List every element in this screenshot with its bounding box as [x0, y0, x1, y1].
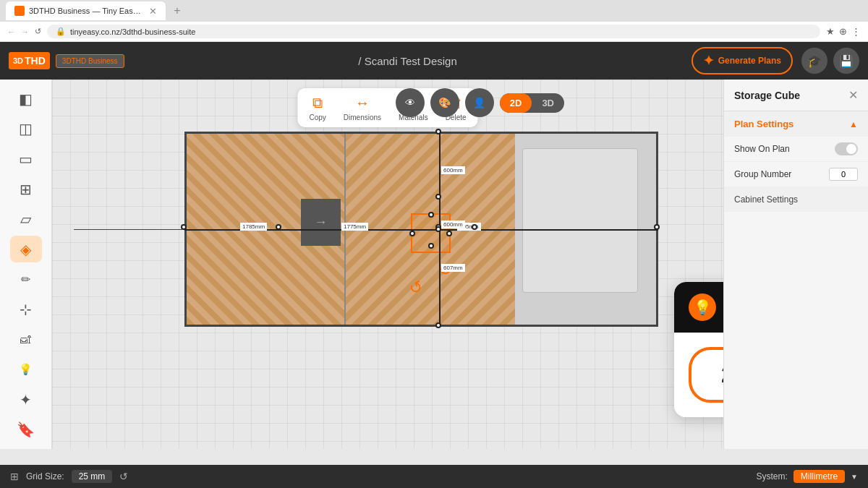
show-on-plan-toggle[interactable] [835, 142, 858, 155]
light-icon: 💡 [19, 363, 33, 376]
generate-plans-label: Generate Plans [718, 56, 781, 66]
selected-cabinet[interactable] [411, 213, 451, 253]
measurement-v-top: 600mm [441, 166, 465, 174]
copy-label: Copy [309, 114, 326, 121]
grid-size-label: Grid Size: [26, 471, 64, 481]
sidebar-item-layers[interactable]: ◧ [10, 85, 42, 113]
plan-settings-label: Plan Settings [734, 119, 793, 129]
view-2d-3d-toggle[interactable]: 2D 3D [500, 93, 564, 113]
sidebar-item-effects[interactable]: ✦ [10, 386, 42, 414]
mode-overlay: 💡 Enable 2D Mode 2D 3D [674, 282, 723, 417]
extension-icon[interactable]: ⊕ [839, 26, 847, 37]
tab-title: 3DTHD Business — Tiny Easy – T [29, 7, 145, 15]
lock-icon: 🔒 [56, 27, 66, 36]
sidebar-item-layers2[interactable]: ◈ [10, 236, 42, 263]
tutorial-button[interactable]: 🎓 [801, 48, 827, 74]
menu-icon[interactable]: ⋮ [851, 26, 861, 37]
sidebar-item-shape[interactable]: ▱ [10, 205, 42, 233]
generate-plans-button[interactable]: ✦ Generate Plans [692, 47, 793, 74]
sidebar-item-objects[interactable]: ◫ [10, 116, 42, 143]
tab-close-icon[interactable]: ✕ [149, 6, 157, 17]
forward-icon[interactable]: → [21, 27, 29, 36]
handle-top [428, 212, 434, 218]
canvas-area[interactable]: ⧉ Copy ↔ Dimensions ◈ Materials 🗑 Delete… [52, 80, 723, 449]
measure-icon: ⊹ [20, 301, 32, 318]
handle-measure-mid [276, 224, 281, 230]
bookmark-icon[interactable]: ★ [826, 26, 835, 37]
toggle-knob [846, 144, 856, 154]
group-number-input[interactable] [829, 168, 858, 181]
page-title: / Scandi Test Design [133, 55, 683, 67]
handle-bottom [428, 243, 434, 249]
3d-mode-button[interactable]: 3D [532, 93, 564, 113]
panel-close-button[interactable]: ✕ [848, 88, 858, 102]
handle-right [446, 231, 452, 236]
render-icon: 🎨 [438, 97, 451, 108]
handle-v-mid [435, 194, 441, 200]
toolbar-copy[interactable]: ⧉ Copy [309, 95, 326, 121]
layers-icon: ◧ [19, 90, 33, 108]
refresh-icon[interactable]: ↺ [35, 27, 41, 36]
business-badge: 3DTHD Business [56, 54, 124, 68]
header-right-icons: 🎓 💾 [801, 48, 859, 74]
2d-mode-button[interactable]: 2D [500, 93, 532, 113]
draw-icon: ✏ [21, 273, 30, 286]
rug-element [522, 148, 638, 293]
shape-icon: ▱ [20, 210, 31, 228]
view-controls: 👁 🎨 👤 2D 3D [396, 88, 564, 117]
mode-overlay-header: 💡 Enable 2D Mode [674, 282, 723, 333]
reset-grid-button[interactable]: ↺ [119, 471, 128, 482]
show-on-plan-row: Show On Plan [724, 137, 868, 162]
sidebar-item-light[interactable]: 💡 [10, 356, 42, 383]
sidebar-item-door[interactable]: ▭ [10, 145, 42, 173]
status-bar: ⊞ Grid Size: 25 mm ↺ System: Millimetre … [0, 465, 868, 488]
plan-settings-collapse-icon: ▲ [849, 119, 858, 129]
mode-toggle-area: 2D 3D [674, 333, 723, 417]
url-bar[interactable]: 🔒 tinyeasy.co.nz/3dthd-business-suite [47, 25, 820, 38]
system-value: Millimetre [793, 470, 845, 483]
view-3d-mode-button[interactable]: 👁 [396, 88, 425, 117]
door-icon: ▭ [19, 150, 33, 168]
overlay-2d-button[interactable]: 2D [689, 347, 723, 403]
main-area: ◧ ◫ ▭ ⊞ ▱ ◈ ✏ ⊹ 🛋 💡 ✦ [0, 80, 868, 449]
cabinet-settings-section[interactable]: Cabinet Settings [724, 187, 868, 212]
toolbar-dimensions[interactable]: ↔ Dimensions [344, 95, 381, 121]
tab-favicon [14, 6, 25, 16]
back-icon[interactable]: ← [7, 27, 15, 36]
system-dropdown-icon[interactable]: ▼ [851, 473, 858, 481]
measurement-left-text: 1785mm [240, 223, 267, 231]
system-label: System: [756, 471, 787, 481]
sidebar-item-bookmark[interactable]: 🔖 [10, 416, 42, 443]
sidebar-item-measure[interactable]: ⊹ [10, 296, 42, 323]
logo-thd-text: THD [25, 55, 46, 67]
door-cabinet: → [301, 199, 341, 246]
handle-measure-right [472, 224, 477, 230]
effects-icon: ✦ [20, 391, 32, 408]
handle-measure-far [654, 224, 660, 230]
view-avatar-button[interactable]: 👤 [465, 88, 494, 117]
bookmark-sidebar-icon: 🔖 [17, 421, 35, 438]
plan-settings-section[interactable]: Plan Settings ▲ [724, 111, 868, 137]
show-on-plan-label: Show On Plan [734, 144, 790, 154]
active-tab[interactable]: 3DTHD Business — Tiny Easy – T ✕ [6, 1, 166, 20]
sidebar-item-furniture[interactable]: 🛋 [10, 326, 42, 354]
sidebar-item-draw[interactable]: ✏ [10, 265, 42, 293]
avatar-icon: 👤 [473, 97, 485, 108]
grid-size-value: 25 mm [72, 470, 113, 483]
save-button[interactable]: 💾 [833, 48, 859, 74]
sidebar-item-grid[interactable]: ⊞ [10, 176, 42, 203]
logo-3d-text: 3D [13, 56, 23, 65]
handle-v-bot [435, 322, 441, 328]
measurement-v-mid: 600mm [441, 221, 465, 228]
app-header: 3D THD 3DTHD Business / Scandi Test Desi… [0, 42, 868, 80]
group-number-label: Group Number [734, 169, 791, 179]
url-text: tinyeasy.co.nz/3dthd-business-suite [70, 27, 195, 36]
browser-tabs: 3DTHD Business — Tiny Easy – T ✕ + [0, 0, 868, 22]
panel-title: Storage Cube [734, 90, 800, 101]
new-tab-button[interactable]: + [169, 2, 186, 20]
measurement-v-bot: 607mm [441, 264, 465, 272]
view-render-button[interactable]: 🎨 [430, 88, 459, 117]
layers2-icon: ◈ [20, 241, 31, 258]
handle-v-center [435, 226, 441, 232]
grid-status-icon: ⊞ [10, 471, 19, 482]
